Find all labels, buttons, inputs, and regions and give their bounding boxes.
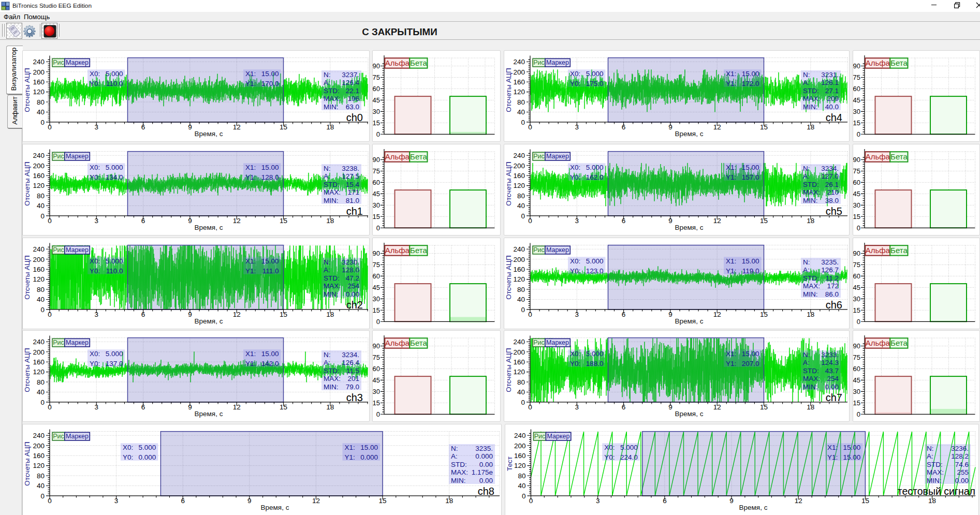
svg-text:15: 15 — [853, 306, 860, 314]
svg-text:5.000: 5.000 — [586, 350, 604, 358]
svg-text:15: 15 — [280, 403, 287, 411]
svg-text:Альфа: Альфа — [866, 246, 890, 255]
svg-text:30: 30 — [853, 295, 860, 303]
svg-text:ch2: ch2 — [346, 299, 363, 311]
svg-text:3234.: 3234. — [342, 351, 359, 359]
svg-text:15.00: 15.00 — [261, 350, 279, 358]
svg-text:15.00: 15.00 — [843, 453, 861, 461]
svg-text:3234.: 3234. — [821, 165, 839, 172]
svg-text:12: 12 — [233, 217, 241, 225]
svg-text:3238.: 3238. — [342, 165, 359, 172]
svg-text:3231.: 3231. — [821, 71, 839, 79]
svg-text:STD:: STD: — [927, 461, 943, 468]
svg-text:Y0:: Y0: — [90, 267, 100, 275]
svg-text:STD:: STD: — [803, 181, 819, 188]
svg-text:0: 0 — [528, 311, 532, 318]
svg-text:0.000: 0.000 — [475, 452, 493, 460]
svg-text:5.000: 5.000 — [106, 350, 123, 358]
svg-text:0: 0 — [48, 123, 52, 131]
svg-text:80: 80 — [518, 472, 525, 480]
svg-text:Отсчеты АЦП: Отсчеты АЦП — [505, 161, 513, 206]
svg-text:15: 15 — [280, 217, 287, 225]
svg-text:0: 0 — [528, 403, 532, 411]
svg-text:9: 9 — [668, 403, 672, 411]
svg-text:N:: N: — [803, 165, 810, 172]
svg-text:15: 15 — [280, 311, 287, 318]
svg-text:40: 40 — [37, 108, 45, 116]
svg-text:60: 60 — [373, 179, 380, 186]
svg-text:38.0: 38.0 — [825, 197, 839, 204]
svg-text:15: 15 — [378, 497, 386, 505]
svg-text:40: 40 — [517, 108, 525, 116]
svg-text:75: 75 — [373, 167, 380, 175]
svg-text:3236.: 3236. — [951, 445, 969, 452]
svg-text:Бета: Бета — [890, 339, 908, 347]
svg-text:ch7: ch7 — [826, 392, 842, 403]
svg-text:75: 75 — [853, 261, 860, 269]
svg-text:90: 90 — [373, 342, 380, 350]
svg-text:45: 45 — [373, 284, 380, 291]
svg-text:11.5: 11.5 — [346, 367, 359, 375]
svg-text:12: 12 — [233, 403, 241, 411]
svg-text:STD:: STD: — [803, 87, 819, 95]
svg-text:MIN:: MIN: — [324, 103, 339, 111]
svg-text:0: 0 — [521, 306, 525, 314]
svg-text:9: 9 — [668, 311, 672, 318]
svg-text:Отсчеты АЦП: Отсчеты АЦП — [23, 68, 31, 112]
svg-text:160: 160 — [513, 172, 525, 180]
svg-text:22.1: 22.1 — [346, 87, 359, 95]
svg-text:40: 40 — [37, 202, 45, 210]
svg-text:3235.: 3235. — [475, 445, 493, 452]
svg-text:110.0: 110.0 — [106, 80, 123, 87]
svg-text:Маркер: Маркер — [546, 59, 569, 66]
svg-text:160: 160 — [514, 452, 526, 460]
svg-text:0: 0 — [528, 123, 532, 131]
svg-text:Рис: Рис — [53, 59, 64, 66]
svg-text:12: 12 — [795, 497, 802, 505]
svg-text:Y1:: Y1: — [245, 360, 256, 367]
svg-text:40: 40 — [517, 296, 525, 303]
svg-text:90: 90 — [853, 342, 860, 350]
svg-text:18: 18 — [326, 403, 334, 411]
svg-text:ch4: ch4 — [826, 112, 842, 123]
svg-text:160: 160 — [33, 266, 45, 273]
svg-text:тестовый сигнал: тестовый сигнал — [898, 485, 975, 497]
svg-text:6: 6 — [181, 497, 185, 505]
svg-text:60: 60 — [373, 85, 380, 93]
svg-text:3235.: 3235. — [821, 258, 839, 266]
svg-text:90: 90 — [373, 62, 380, 70]
svg-text:Бета: Бета — [410, 58, 427, 67]
svg-text:A:: A: — [324, 266, 330, 274]
svg-text:60: 60 — [853, 272, 860, 280]
svg-text:X0:: X0: — [570, 350, 580, 358]
svg-text:Y0:: Y0: — [90, 360, 100, 367]
svg-text:200: 200 — [513, 256, 525, 263]
svg-text:12: 12 — [233, 311, 241, 318]
svg-text:79.0: 79.0 — [346, 383, 359, 391]
svg-text:160: 160 — [33, 358, 45, 366]
svg-text:N:: N: — [803, 351, 810, 359]
svg-text:120: 120 — [513, 368, 525, 376]
svg-text:0: 0 — [48, 403, 52, 411]
svg-text:27.1: 27.1 — [825, 87, 839, 95]
svg-text:MAX:: MAX: — [324, 282, 341, 290]
svg-text:Время, с: Время, с — [195, 317, 223, 325]
svg-text:X1:: X1: — [345, 444, 355, 451]
svg-text:6: 6 — [622, 403, 626, 411]
svg-text:15.00: 15.00 — [742, 257, 759, 265]
svg-text:Маркер: Маркер — [547, 433, 570, 440]
svg-text:Y1:: Y1: — [345, 453, 355, 461]
svg-text:80: 80 — [37, 286, 45, 293]
svg-text:75: 75 — [853, 73, 860, 81]
svg-text:N:: N: — [927, 445, 934, 452]
svg-text:0: 0 — [40, 399, 45, 406]
svg-text:Альфа: Альфа — [866, 152, 890, 161]
svg-text:142.0: 142.0 — [261, 360, 279, 367]
svg-text:3: 3 — [575, 403, 579, 411]
svg-text:209: 209 — [827, 95, 839, 102]
svg-text:75: 75 — [373, 354, 380, 361]
svg-text:240: 240 — [33, 152, 45, 159]
svg-text:224.0: 224.0 — [620, 453, 638, 461]
svg-text:15: 15 — [853, 399, 860, 407]
svg-text:128.2: 128.2 — [951, 452, 969, 460]
